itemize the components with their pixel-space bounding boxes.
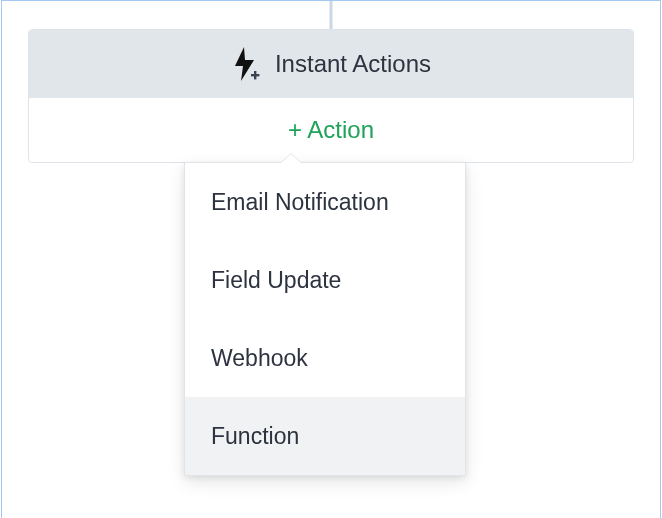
connector-line <box>330 1 333 29</box>
add-action-button[interactable]: + Action <box>288 116 374 144</box>
instant-actions-card: Instant Actions + Action Email Notificat… <box>28 29 634 163</box>
menu-item-label: Webhook <box>211 345 308 372</box>
menu-item-email-notification[interactable]: Email Notification <box>185 163 465 241</box>
menu-item-function[interactable]: Function <box>185 397 465 475</box>
svg-rect-1 <box>251 74 259 76</box>
menu-item-field-update[interactable]: Field Update <box>185 241 465 319</box>
menu-item-webhook[interactable]: Webhook <box>185 319 465 397</box>
action-dropdown: Email Notification Field Update Webhook … <box>184 162 466 476</box>
lightning-plus-icon <box>231 45 261 83</box>
dropdown-arrow <box>281 154 301 163</box>
card-title: Instant Actions <box>275 50 431 78</box>
card-header: Instant Actions <box>29 30 633 98</box>
canvas: Instant Actions + Action Email Notificat… <box>1 0 661 518</box>
action-row: + Action Email Notification Field Update… <box>29 98 633 162</box>
menu-item-label: Email Notification <box>211 189 389 216</box>
menu-item-label: Field Update <box>211 267 341 294</box>
menu-item-label: Function <box>211 423 299 450</box>
